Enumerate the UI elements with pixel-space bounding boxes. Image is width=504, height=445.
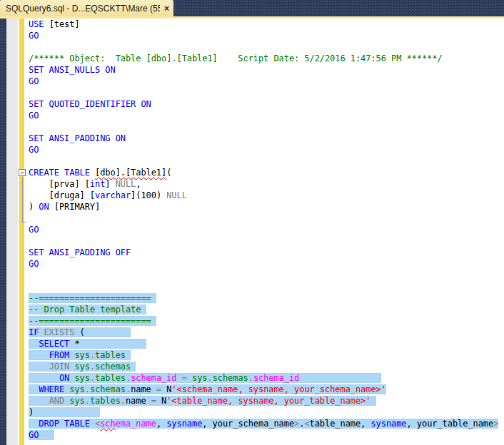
- code-line[interactable]: CREATE TABLE [dbo].[Table1](: [29, 167, 504, 178]
- code-line[interactable]: /****** Object: Table [dbo].[Table1] Scr…: [29, 53, 504, 64]
- selected-text: IF EXISTS (: [29, 327, 131, 337]
- selected-text: -- Drop Table template: [29, 305, 146, 314]
- code-line[interactable]: USE [test]: [29, 19, 504, 30]
- code-line[interactable]: GO: [29, 224, 504, 235]
- collapse-region-line-foot: [22, 222, 26, 222]
- code-line[interactable]: GO: [29, 30, 504, 41]
- selected-text: GO: [29, 430, 54, 440]
- code-line[interactable]: ): [29, 406, 504, 418]
- code-line[interactable]: JOIN sys.schemas: [29, 361, 504, 372]
- code-text[interactable]: USE [test]GO/****** Object: Table [dbo].…: [29, 19, 504, 441]
- selected-text: JOIN sys.schemas: [29, 362, 136, 372]
- window-left-edge: [0, 19, 6, 445]
- selected-text: --======================: [29, 293, 156, 303]
- code-line[interactable]: [prva] [int] NULL,: [29, 178, 504, 190]
- document-tab[interactable]: SQLQuery6.sql - D...EQSCKTT\Mare (55)) ×: [0, 0, 173, 16]
- collapse-region-line: [22, 177, 23, 222]
- code-line[interactable]: FROM sys.tables: [29, 349, 504, 361]
- code-line[interactable]: GO: [29, 144, 504, 155]
- code-line[interactable]: [29, 41, 504, 53]
- code-line[interactable]: AND sys.tables.name = N'<table_name, sys…: [29, 395, 504, 406]
- code-line[interactable]: [29, 270, 504, 281]
- code-line[interactable]: DROP TABLE <schema_name, sysname, your_s…: [29, 418, 504, 429]
- code-line[interactable]: SET ANSI_NULLS ON: [29, 64, 504, 76]
- collapse-region-toggle[interactable]: [19, 169, 26, 176]
- code-line[interactable]: GO: [29, 76, 504, 87]
- code-line[interactable]: GO: [29, 258, 504, 270]
- code-line[interactable]: --======================: [29, 315, 504, 327]
- code-line[interactable]: GO: [29, 429, 504, 441]
- code-line[interactable]: [29, 213, 504, 224]
- collapse-minus-icon: [21, 173, 24, 173]
- tab-close-icon[interactable]: ×: [164, 4, 169, 13]
- code-line[interactable]: -- Drop Table template: [29, 304, 504, 315]
- code-line[interactable]: [29, 87, 504, 98]
- selected-text: DROP TABLE <schema_name, sysname, your_s…: [29, 419, 498, 429]
- selected-text: FROM sys.tables: [29, 350, 131, 360]
- code-line[interactable]: GO: [29, 110, 504, 121]
- code-line[interactable]: ) ON [PRIMARY]: [29, 201, 504, 213]
- code-line[interactable]: [druga] [varchar](100) NULL: [29, 190, 504, 201]
- selected-text: AND sys.tables.name = N'<table_name, sys…: [29, 396, 376, 406]
- selected-text: WHERE sys.schemas.name = N'<schema_name,…: [29, 384, 386, 394]
- code-line[interactable]: [29, 281, 504, 292]
- track-changes-bar: [19, 19, 24, 445]
- code-line[interactable]: IF EXISTS (: [29, 327, 504, 338]
- code-line[interactable]: [29, 235, 504, 247]
- selected-text: ): [29, 407, 100, 417]
- indicator-margin: [6, 19, 18, 445]
- code-line[interactable]: SET ANSI_PADDING ON: [29, 133, 504, 144]
- code-line[interactable]: [29, 155, 504, 167]
- selected-text: --======================: [29, 316, 156, 326]
- code-line[interactable]: SET QUOTED_IDENTIFIER ON: [29, 98, 504, 110]
- document-tab-title: SQLQuery6.sql - D...EQSCKTT\Mare (55)): [6, 4, 160, 14]
- code-line[interactable]: WHERE sys.schemas.name = N'<schema_name,…: [29, 384, 504, 395]
- code-line[interactable]: SET ANSI_PADDING OFF: [29, 247, 504, 258]
- selected-text: SELECT *: [29, 339, 146, 349]
- code-line[interactable]: --======================: [29, 292, 504, 304]
- selected-text: ON sys.tables.schema_id = sys.schemas.sc…: [29, 373, 381, 383]
- code-line[interactable]: ON sys.tables.schema_id = sys.schemas.sc…: [29, 372, 504, 384]
- code-line[interactable]: [29, 121, 504, 133]
- code-line[interactable]: SELECT *: [29, 338, 504, 349]
